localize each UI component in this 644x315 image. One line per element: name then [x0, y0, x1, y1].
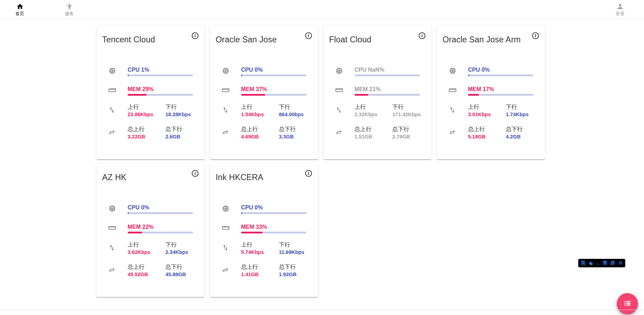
nav-item-services[interactable]: 服务	[60, 3, 78, 17]
cpu-progress-bar	[128, 212, 193, 214]
total-upload-label: 总上行	[241, 126, 279, 133]
total-download-label: 总下行	[165, 126, 203, 133]
mem-progress-fill	[468, 94, 479, 96]
nav-services-label: 服务	[65, 11, 74, 17]
ime-english-indicator[interactable]: 英	[581, 259, 586, 267]
upload-speed-value: 23.86Kbps	[128, 112, 165, 118]
mem-usage-label: MEM 29%	[128, 86, 193, 93]
upload-speed-value: 1.54Kbps	[241, 112, 279, 118]
info-icon[interactable]	[191, 32, 199, 40]
ruler-icon	[102, 224, 128, 233]
cpu-usage-label: CPU NaN%	[355, 66, 420, 73]
upload-speed-value: 3.01Kbps	[468, 112, 506, 118]
speed-row: 上行 2.32Kbps 下行 171.42Kbps	[329, 103, 426, 118]
mem-meter-row: MEM 33%	[216, 224, 312, 233]
ime-punctuation-indicator[interactable]: ·,	[597, 259, 599, 267]
cpu-meter-row: CPU 0%	[443, 66, 539, 76]
download-label: 下行	[392, 103, 430, 111]
info-icon[interactable]	[531, 32, 540, 40]
cpu-progress-bar	[128, 75, 193, 76]
server-card-grid: Tencent Cloud CPU 1% MEM 29%	[96, 25, 545, 297]
mem-meter-row: MEM 22%	[102, 224, 199, 233]
mem-meter-row: MEM 37%	[216, 86, 312, 96]
mem-progress-fill	[128, 94, 147, 96]
total-row: 总上行 1.41GB 总下行 1.92GB	[216, 263, 312, 278]
upload-label: 上行	[128, 103, 165, 111]
cpu-progress-fill	[128, 75, 129, 76]
server-card: Oracle San Jose CPU 0% MEM 37%	[210, 25, 318, 159]
download-speed-value: 1.74Kbps	[506, 112, 544, 118]
download-label: 下行	[279, 241, 317, 248]
upload-label: 上行	[128, 241, 165, 248]
server-name: Float Cloud	[329, 34, 426, 45]
cpu-meter-row: CPU NaN%	[329, 66, 426, 76]
info-icon[interactable]	[418, 32, 426, 40]
mem-meter-row: MEM 29%	[102, 86, 199, 96]
cpu-usage-label: CPU 0%	[468, 66, 533, 73]
total-row: 总上行 45.52GB 总下行 45.88GB	[102, 263, 199, 278]
gear-icon[interactable]: ⚙	[619, 259, 623, 267]
download-speed-value: 171.42Kbps	[392, 112, 430, 118]
total-upload-label: 总上行	[241, 263, 279, 271]
mem-progress-bar	[241, 94, 306, 96]
mem-progress-bar	[468, 94, 533, 96]
up-down-arrows-icon	[216, 244, 241, 253]
total-upload-value: 4.69GB	[241, 134, 279, 140]
info-icon[interactable]	[304, 170, 313, 178]
ime-simplified-indicator[interactable]: 简	[603, 259, 608, 267]
swap-horizontal-arrows-icon	[443, 129, 468, 137]
mem-progress-fill	[241, 232, 263, 233]
server-name: AZ HK	[102, 172, 199, 183]
cpu-progress-fill	[241, 212, 242, 214]
total-upload-label: 总上行	[128, 126, 165, 133]
info-icon[interactable]	[191, 170, 199, 178]
download-label: 下行	[279, 103, 317, 111]
mem-progress-bar	[355, 94, 420, 96]
upload-speed-value: 5.74Kbps	[241, 249, 279, 255]
swap-horizontal-arrows-icon	[102, 266, 128, 275]
ruler-icon	[443, 86, 468, 96]
download-label: 下行	[165, 103, 203, 111]
cpu-meter-row: CPU 0%	[216, 204, 312, 214]
total-upload-label: 总上行	[355, 126, 392, 133]
server-list-fab[interactable]	[617, 293, 638, 314]
download-speed-value: 18.28Kbps	[165, 112, 203, 118]
mem-progress-fill	[128, 232, 142, 233]
server-card: Tencent Cloud CPU 1% MEM 29%	[96, 25, 205, 159]
cpu-progress-fill	[468, 75, 469, 76]
swap-horizontal-arrows-icon	[216, 129, 241, 137]
total-row: 总上行 3.22GB 总下行 2.6GB	[102, 126, 199, 140]
up-down-arrows-icon	[102, 244, 128, 253]
cpu-usage-label: CPU 0%	[241, 66, 306, 73]
download-label: 下行	[506, 103, 544, 111]
swap-horizontal-arrows-icon	[329, 129, 355, 137]
list-icon	[623, 299, 632, 309]
ruler-icon	[216, 86, 241, 96]
nav-login-label: 登录	[616, 11, 625, 17]
server-card: Float Cloud CPU NaN% MEM 21%	[323, 25, 432, 159]
swap-horizontal-arrows-icon	[102, 129, 128, 137]
ime-pinyin-indicator[interactable]: 拼	[610, 259, 615, 267]
cpu-usage-label: CPU 1%	[128, 66, 193, 73]
nav-item-home[interactable]: 首页	[11, 3, 29, 17]
ruler-icon	[102, 86, 128, 96]
total-download-label: 总下行	[392, 126, 430, 133]
total-upload-label: 总上行	[128, 263, 165, 271]
server-name: Oracle San Jose Arm	[443, 34, 539, 45]
download-label: 下行	[165, 241, 203, 248]
server-card: AZ HK CPU 0% MEM 22%	[96, 163, 205, 297]
server-card: Ink HKCERA CPU 0% MEM 33%	[210, 163, 318, 297]
cpu-meter-row: CPU 1%	[102, 66, 199, 76]
total-upload-value: 5.18GB	[468, 134, 506, 140]
nav-item-login[interactable]: 登录	[611, 3, 629, 17]
ime-status-bar: 英·,简拼⚙	[578, 259, 625, 267]
moon-icon[interactable]	[589, 261, 593, 266]
info-icon[interactable]	[304, 32, 313, 40]
cpu-chip-icon	[102, 66, 128, 76]
up-down-arrows-icon	[216, 106, 241, 115]
cpu-usage-label: CPU 0%	[241, 204, 306, 211]
mem-usage-label: MEM 37%	[241, 86, 306, 93]
total-row: 总上行 4.69GB 总下行 3.3GB	[216, 126, 312, 140]
accessibility-person-icon	[66, 3, 73, 10]
cpu-chip-icon	[102, 204, 128, 214]
